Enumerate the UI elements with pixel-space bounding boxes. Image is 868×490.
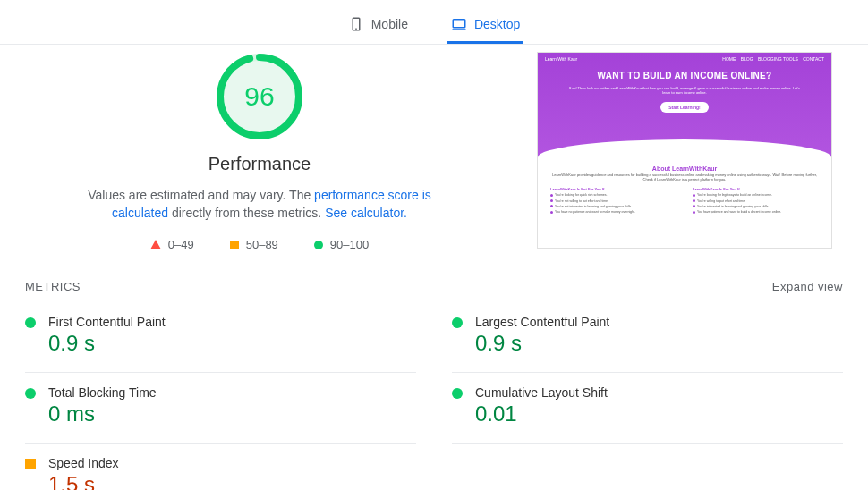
thumb-hero: Learn With Kaur HOME BLOG BLOGGING TOOLS… (538, 53, 831, 160)
bullet-icon (550, 199, 553, 202)
metric-cls-name: Cumulative Layout Shift (475, 385, 608, 400)
thumb-nav-contact: CONTACT (803, 56, 824, 62)
score-legend: 0–49 50–89 90–100 (150, 238, 369, 251)
metric-lcp: Largest Contentful Paint 0.9 s (452, 302, 843, 373)
tab-mobile-label: Mobile (371, 17, 408, 31)
legend-poor: 0–49 (150, 238, 194, 251)
circle-icon (452, 317, 463, 328)
legend-poor-label: 0–49 (168, 238, 194, 251)
thumb-nav-tools: BLOGGING TOOLS (758, 56, 798, 62)
gauge-desc-prefix: Values are estimated and may vary. The (88, 188, 314, 202)
legend-good-label: 90–100 (330, 238, 369, 251)
tab-mobile[interactable]: Mobile (345, 9, 412, 44)
performance-gauge: 96 (215, 52, 304, 141)
bullet-icon (550, 194, 553, 197)
triangle-icon (150, 240, 161, 249)
thumb-subhead: If so! Then look no further and LearnWit… (568, 86, 801, 95)
thumb-col1-heading: LearnWithKaur Is Not For You If (550, 187, 677, 191)
tab-desktop-label: Desktop (474, 17, 520, 31)
gauge-panel: 96 Performance Values are estimated and … (36, 45, 483, 251)
thumb-col-notfor: LearnWithKaur Is Not For You If You're l… (550, 187, 677, 215)
thumb-col2-heading: LearnWithKaur Is For You If (693, 187, 819, 191)
gauge-description: Values are estimated and may vary. The p… (81, 187, 438, 222)
metrics-grid: First Contentful Paint 0.9 s Largest Con… (0, 302, 868, 490)
thumb-list-item: You're interested in learning and growin… (693, 205, 819, 208)
metric-cls: Cumulative Layout Shift 0.01 (452, 373, 843, 444)
metric-si: Speed Index 1.5 s (25, 444, 416, 490)
metric-tbt-value: 0 ms (48, 401, 157, 427)
bullet-icon (550, 205, 553, 207)
square-icon (25, 459, 36, 469)
metric-fcp-value: 0.9 s (48, 331, 166, 356)
metric-lcp-name: Largest Contentful Paint (475, 315, 609, 329)
performance-score: 96 (215, 52, 304, 141)
thumb-nav-links: HOME BLOG BLOGGING TOOLS CONTACT (719, 56, 824, 62)
metric-fcp-name: First Contentful Paint (48, 315, 166, 329)
tab-desktop[interactable]: Desktop (447, 9, 523, 44)
metric-si-name: Speed Index (48, 456, 119, 470)
metric-si-value: 1.5 s (48, 472, 119, 490)
circle-icon (452, 388, 463, 399)
thumb-col1-item2: You're not willing to put effort and tim… (555, 199, 608, 203)
thumb-list-item: You have patience and want to build a de… (693, 210, 819, 214)
mobile-icon (348, 16, 364, 32)
thumb-list-item: You have no patience and want to make mo… (550, 210, 677, 214)
metric-lcp-value: 0.9 s (475, 331, 609, 356)
square-icon (230, 241, 239, 249)
metric-tbt-name: Total Blocking Time (48, 385, 157, 400)
thumb-list-item: You're looking for quick rich schemes. (550, 193, 677, 197)
thumb-col1-item3: You're not interested in learning and gr… (555, 205, 632, 208)
metric-fcp: First Contentful Paint 0.9 s (25, 302, 416, 373)
summary-section: 96 Performance Values are estimated and … (0, 45, 868, 260)
thumb-logo: Learn With Kaur (545, 56, 577, 62)
thumb-cta-button: Start Learning! (660, 102, 709, 113)
thumb-col2-item2: You're willing to put effort and time. (697, 199, 745, 203)
screenshot-panel: Learn With Kaur HOME BLOG BLOGGING TOOLS… (537, 45, 832, 251)
expand-view-toggle[interactable]: Expand view (772, 280, 843, 293)
metrics-title: METRICS (25, 280, 81, 293)
page-screenshot: Learn With Kaur HOME BLOG BLOGGING TOOLS… (537, 52, 832, 249)
metric-tbt: Total Blocking Time 0 ms (25, 373, 416, 444)
circle-icon (314, 241, 323, 249)
desktop-icon (451, 16, 467, 32)
thumb-col-for: LearnWithKaur Is For You If You're looki… (693, 187, 819, 215)
bullet-icon (693, 211, 695, 214)
thumb-list-item: You're not willing to put effort and tim… (550, 199, 677, 203)
legend-average-label: 50–89 (246, 238, 278, 251)
thumb-list-item: You're willing to put effort and time. (693, 199, 819, 203)
metrics-header: METRICS Expand view (0, 260, 868, 302)
thumb-col2-item4: You have patience and want to build a de… (697, 210, 781, 214)
thumb-columns: LearnWithKaur Is Not For You If You're l… (550, 187, 819, 215)
thumb-col1-item1: You're looking for quick rich schemes. (555, 193, 608, 197)
device-tabs: Mobile Desktop (0, 0, 868, 45)
gauge-desc-mid: directly from these metrics. (168, 206, 325, 220)
thumb-list-item: You're not interested in learning and gr… (550, 205, 677, 208)
thumb-body: About LearnWithKaur LearnWithKaur provid… (538, 160, 831, 221)
metric-cls-value: 0.01 (475, 401, 608, 427)
thumb-nav-blog: BLOG (741, 56, 753, 62)
thumb-col2-item3: You're interested in learning and growin… (697, 205, 770, 208)
bullet-icon (693, 205, 695, 207)
thumb-navbar: Learn With Kaur HOME BLOG BLOGGING TOOLS… (545, 56, 824, 62)
thumb-about-heading: About LearnWithKaur (550, 165, 819, 172)
bullet-icon (550, 211, 553, 214)
gauge-label: Performance (208, 154, 311, 174)
bullet-icon (693, 199, 695, 202)
svg-rect-2 (453, 20, 465, 28)
circle-icon (25, 317, 36, 328)
thumb-col2-item1: You're looking for legit ways to build a… (697, 193, 772, 197)
thumb-list-item: You're looking for legit ways to build a… (693, 193, 819, 197)
thumb-about-text: LearnWithKaur provides guidance and reso… (550, 173, 819, 182)
legend-average: 50–89 (230, 238, 278, 251)
circle-icon (25, 388, 36, 399)
thumb-headline: WANT TO BUILD AN INCOME ONLINE? (598, 71, 772, 80)
see-calculator-link[interactable]: See calculator. (325, 206, 407, 220)
bullet-icon (693, 194, 695, 197)
thumb-nav-home: HOME (722, 56, 736, 62)
thumb-wave-divider (538, 139, 831, 161)
legend-good: 90–100 (314, 238, 369, 251)
thumb-col1-item4: You have no patience and want to make mo… (555, 210, 635, 214)
